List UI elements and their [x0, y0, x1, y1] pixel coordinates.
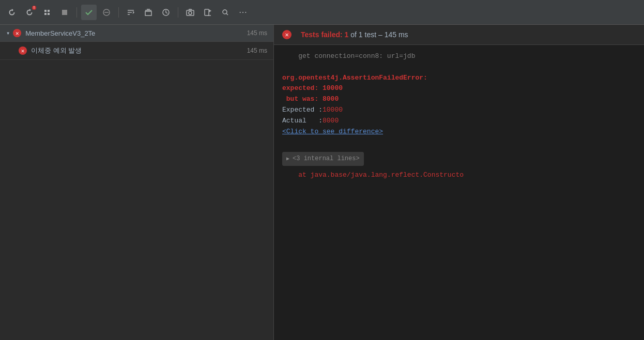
item-error-icon: ✕ [19, 47, 27, 55]
test-item-time: 145 ms [247, 47, 267, 54]
more-button[interactable]: ⋯ [235, 5, 251, 20]
output-assertion-error: org.opentest4j.AssertionFailedError: [282, 73, 636, 84]
test-item-row[interactable]: ✕ 이체중 예외 발생 145 ms [0, 42, 273, 60]
left-panel: ▾ ✕ MemberServiceV3_2Te 145 ms ✕ 이체중 예외 … [0, 25, 274, 340]
toolbar: ! [0, 0, 644, 25]
test-suite-row[interactable]: ▾ ✕ MemberServiceV3_2Te 145 ms [0, 25, 273, 42]
history-button[interactable] [158, 5, 174, 20]
separator-2 [118, 7, 119, 18]
click-to-see-difference-link[interactable]: <Click to see difference> [282, 127, 636, 137]
output-connection-line: get connection=conn8: url=jdb [282, 51, 636, 62]
cancel-button[interactable] [99, 5, 114, 20]
result-count: 1 [345, 30, 349, 39]
svg-point-8 [223, 10, 227, 14]
result-time: 145 ms [385, 30, 408, 39]
output-blank-1 [282, 62, 636, 73]
export-button[interactable] [200, 5, 216, 20]
suite-time: 145 ms [247, 29, 267, 37]
svg-rect-7 [205, 9, 209, 16]
output-expected-label: Expected :10000 [282, 105, 636, 116]
svg-rect-3 [145, 11, 151, 16]
result-header: ✕ Tests failed: 1 of 1 test – 145 ms [274, 25, 644, 45]
suite-error-icon: ✕ [13, 29, 21, 37]
stop-button[interactable] [57, 5, 72, 20]
run-config-button[interactable] [39, 5, 55, 20]
suite-name: MemberServiceV3_2Te [25, 29, 242, 37]
result-error-icon: ✕ [282, 30, 292, 39]
svg-rect-0 [62, 10, 67, 15]
svg-point-6 [189, 11, 192, 14]
check-button[interactable] [81, 5, 97, 20]
rerun-failed-button[interactable]: ! [22, 5, 37, 20]
separator-3 [178, 7, 178, 18]
output-expected-line: expected: 10000 [282, 83, 636, 94]
collapse-button[interactable] [141, 5, 156, 20]
camera-button[interactable] [182, 5, 198, 20]
chevron-icon: ▾ [6, 29, 10, 37]
output-blank-2 [282, 137, 636, 148]
output-actual-label: Actual :8000 [282, 116, 636, 127]
output-stack-trace: at java.base/java.lang.reflect.Construct… [282, 170, 636, 181]
result-title: Tests failed: 1 of 1 test – 145 ms [301, 30, 408, 39]
search-button[interactable] [218, 5, 233, 20]
right-panel: ✕ Tests failed: 1 of 1 test – 145 ms get… [274, 25, 644, 340]
main-container: ▾ ✕ MemberServiceV3_2Te 145 ms ✕ 이체중 예외 … [0, 25, 644, 340]
output-area[interactable]: get connection=conn8: url=jdb org.opente… [274, 45, 644, 340]
rerun-button[interactable] [4, 5, 20, 20]
result-status: Tests failed: [301, 30, 343, 39]
collapse-label: <3 internal lines> [293, 154, 360, 164]
result-of: of 1 test – [350, 30, 384, 39]
test-item-name: 이체중 예외 발생 [31, 46, 243, 55]
collapse-internal-lines[interactable]: ▶ <3 internal lines> [282, 152, 364, 166]
collapse-chevron-icon: ▶ [286, 155, 289, 163]
output-butwas-line: but was: 8000 [282, 94, 636, 105]
separator-1 [76, 7, 77, 18]
sort-button[interactable] [123, 5, 139, 20]
